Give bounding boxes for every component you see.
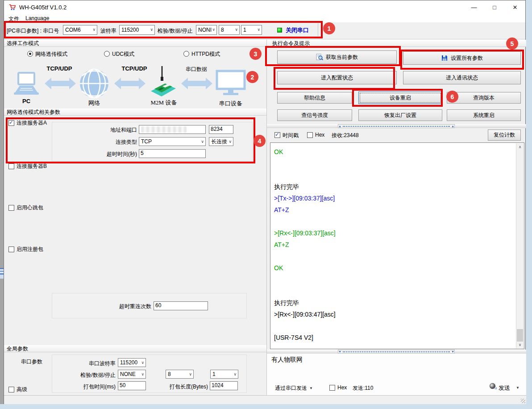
app-logo-icon	[8, 4, 16, 11]
g-parity-select[interactable]: NONE ∨	[118, 370, 146, 379]
minimize-button[interactable]: —	[464, 0, 484, 14]
send-hex-checkbox[interactable]: ✓	[329, 385, 335, 391]
signal-strength-button[interactable]: 查信号强度	[277, 109, 352, 121]
chevron-down-icon: ∨	[212, 27, 215, 32]
desktop-background: WH-G405tf V1.0.2 — □ ✕ 文件 Language [PC串口…	[0, 0, 532, 409]
send-text-value: 有人物联网	[271, 356, 303, 364]
chevron-down-icon: ∨	[189, 372, 192, 376]
get-params-button[interactable]: 获取当前参数	[277, 50, 397, 64]
conn-type-select[interactable]: TCP ∨	[139, 137, 206, 146]
system-restart-button[interactable]: 系统重启	[447, 109, 521, 121]
enter-config-button[interactable]: 进入配置状态	[277, 71, 397, 84]
toolbar-divider	[4, 39, 525, 39]
scrollbar-thumb[interactable]	[517, 329, 523, 342]
resize-grip[interactable]	[521, 399, 525, 403]
pack-len-input[interactable]: 1024	[210, 381, 238, 390]
splitter-up-icon: ▲	[338, 125, 341, 128]
send-splitter[interactable]: ▼ ▼	[267, 350, 526, 354]
device-restart-button[interactable]: 设备重启	[358, 92, 442, 104]
search-doc-icon	[316, 54, 323, 61]
log-line: [USR-7S4 V2]	[274, 332, 508, 343]
reset-count-button[interactable]: 复位计数	[488, 129, 521, 141]
log-output[interactable]: OK 执行完毕>[Tx->][09:03:37][asc]AT+Z >[Rx<-…	[270, 142, 524, 349]
timestamp-checkbox[interactable]: ✓	[274, 132, 280, 138]
send-mode-dropdown[interactable]: 通过串口发送	[275, 384, 307, 392]
log-lines: OK 执行完毕>[Tx->][09:03:37][asc]AT+Z >[Rx<-…	[274, 146, 508, 343]
close-button[interactable]: ✕	[505, 0, 525, 14]
scroll-up-icon[interactable]: ∧	[516, 145, 524, 149]
com-port-select[interactable]: COM6 ∨	[63, 25, 97, 35]
splitter-grip[interactable]: ▲ ▲	[338, 124, 455, 128]
radio-udc-mode[interactable]	[104, 51, 110, 57]
g-baud-select[interactable]: 115200 ∨	[118, 358, 146, 367]
chevron-down-icon: ∨	[141, 372, 144, 376]
baud-label: 波特率	[100, 27, 116, 35]
log-line: 执行完毕	[274, 181, 508, 192]
databits-select[interactable]: 8 ∨	[219, 25, 240, 35]
radio-transparent-mode[interactable]	[27, 51, 33, 57]
double-arrow-icon	[114, 76, 146, 91]
register-label: 启用注册包	[17, 246, 43, 253]
log-line	[274, 274, 508, 285]
chevron-down-icon: ∨	[257, 27, 260, 32]
net-params-header: 网络透传模式相关参数	[4, 109, 266, 116]
conn-mode-select[interactable]: 长连接 ∨	[209, 137, 233, 146]
port-open-led-icon	[277, 28, 282, 33]
baud-value: 115200	[121, 27, 139, 33]
advanced-checkbox[interactable]: ✓	[8, 387, 14, 392]
chevron-down-icon: ∨	[235, 27, 238, 32]
dropdown-arrow-icon[interactable]: ▼	[309, 386, 313, 390]
log-hex-checkbox[interactable]: ✓	[307, 132, 313, 138]
diagram-serial-device-label: 串口设备	[216, 100, 245, 108]
send-dropdown-arrow-icon[interactable]: ▼	[516, 386, 520, 390]
g-parity-label: 检验/数据/停止	[69, 371, 116, 379]
check-icon: ✓	[9, 119, 13, 125]
menu-language[interactable]: Language	[25, 15, 49, 21]
server-port-input[interactable]: 8234	[209, 125, 233, 134]
server-a-checkbox[interactable]: ✓	[8, 120, 14, 126]
titlebar: WH-G405tf V1.0.2 — □ ✕	[4, 0, 525, 14]
radio-httpd-mode[interactable]	[183, 51, 189, 57]
annotation-badge-4: 4	[254, 135, 266, 147]
factory-reset-button[interactable]: 恢复出厂设置	[358, 109, 442, 121]
recv-count-label: 接收:23448	[332, 132, 359, 139]
background-app-icon	[0, 268, 4, 279]
global-params-header: 全局参数	[4, 345, 266, 352]
set-params-button[interactable]: 设置所有参数	[403, 51, 521, 65]
log-line: >[Rx<-][09:03:47][asc]	[274, 309, 508, 320]
server-address-input[interactable]	[139, 125, 206, 134]
register-checkbox[interactable]: ✓	[8, 246, 14, 252]
g-databits-value: 8	[168, 371, 171, 377]
scroll-down-icon[interactable]: ∨	[516, 342, 524, 347]
heartbeat-checkbox[interactable]: ✓	[8, 205, 14, 211]
enter-comm-button[interactable]: 进入通讯状态	[403, 71, 521, 84]
server-b-checkbox[interactable]: ✓	[8, 163, 14, 169]
timeout-input[interactable]: 5	[139, 149, 206, 158]
maximize-button[interactable]: □	[484, 0, 505, 14]
log-line: AT+Z	[274, 239, 508, 250]
diagram-link3-label: 串口数据	[182, 66, 211, 73]
g-baud-label: 串口波特率	[69, 360, 116, 367]
close-serial-button[interactable]: 关闭串口	[286, 26, 309, 34]
g-stopbits-select[interactable]: 1 ∨	[210, 370, 238, 379]
stopbits-select[interactable]: 1 ∨	[241, 25, 262, 35]
splitter-dots	[343, 126, 450, 127]
log-line	[274, 158, 508, 169]
log-scrollbar[interactable]: ∧ ∨	[516, 143, 524, 348]
parity-select[interactable]: NONI ∨	[196, 25, 217, 35]
conn-type-value: TCP	[141, 138, 152, 145]
help-button[interactable]: 帮助信息	[277, 92, 352, 104]
log-splitter[interactable]: ▲ ▲	[267, 124, 526, 128]
menu-file[interactable]: 文件	[8, 15, 19, 23]
send-button[interactable]: 发送	[499, 384, 510, 392]
network-globe-icon	[79, 68, 109, 99]
diagram-pc-label: PC	[12, 98, 41, 104]
pc-serial-params-label: [PC串口参数] : 串口号	[7, 27, 59, 35]
pack-time-input[interactable]: 50	[118, 381, 146, 390]
reconnect-input[interactable]: 60	[154, 301, 208, 310]
splitter-grip[interactable]: ▼ ▼	[338, 350, 455, 354]
laptop-icon	[12, 72, 41, 98]
baud-select[interactable]: 115200 ∨	[119, 25, 155, 35]
g-databits-select[interactable]: 8 ∨	[166, 370, 194, 379]
m2m-device-icon	[149, 65, 178, 100]
